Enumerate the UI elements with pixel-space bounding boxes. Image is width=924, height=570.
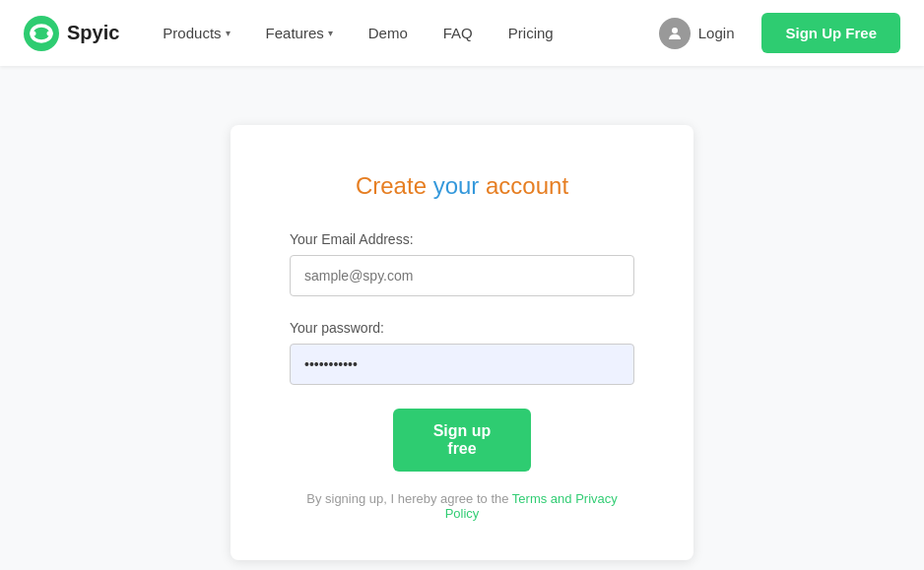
nav-label-products: Products: [163, 25, 221, 41]
title-account: account: [479, 172, 568, 199]
signup-card: Create your account Your Email Address: …: [231, 125, 693, 560]
signup-free-button[interactable]: Sign up free: [393, 409, 531, 472]
user-avatar-icon: [659, 18, 691, 49]
nav-item-features[interactable]: Features ▾: [250, 17, 349, 49]
svg-point-1: [32, 31, 36, 35]
main-content: Create your account Your Email Address: …: [0, 66, 924, 570]
chevron-down-icon: ▾: [328, 28, 333, 38]
login-button[interactable]: Login: [643, 10, 751, 57]
chevron-down-icon: ▾: [226, 28, 231, 38]
title-your: your: [433, 172, 480, 199]
title-create: Create: [356, 172, 433, 199]
nav-label-features: Features: [266, 25, 324, 41]
card-title: Create your account: [290, 172, 634, 200]
svg-point-2: [47, 31, 52, 35]
password-field-group: Your password:: [290, 320, 634, 385]
brand-name: Spyic: [67, 22, 119, 44]
navbar: Spyic Products ▾ Features ▾ Demo FAQ Pri…: [0, 0, 924, 66]
brand-logo-link[interactable]: Spyic: [24, 16, 119, 51]
nav-item-products[interactable]: Products ▾: [147, 17, 245, 49]
nav-item-faq[interactable]: FAQ: [428, 17, 489, 49]
email-field-group: Your Email Address:: [290, 231, 634, 296]
svg-point-0: [24, 16, 59, 51]
nav-item-pricing[interactable]: Pricing: [493, 17, 569, 49]
nav-signup-button[interactable]: Sign Up Free: [761, 13, 900, 53]
terms-text: By signing up, I hereby agree to the Ter…: [290, 491, 634, 521]
password-label: Your password:: [290, 320, 634, 336]
nav-right: Login Sign Up Free: [643, 10, 900, 57]
nav-item-demo[interactable]: Demo: [353, 17, 424, 49]
nav-label-demo: Demo: [368, 25, 408, 41]
nav-label-pricing: Pricing: [508, 25, 554, 41]
terms-prefix: By signing up, I hereby agree to the: [306, 491, 512, 506]
nav-links: Products ▾ Features ▾ Demo FAQ Pricing: [147, 17, 642, 49]
svg-point-3: [672, 28, 678, 33]
email-input[interactable]: [290, 255, 634, 296]
spyic-logo-icon: [24, 16, 59, 51]
login-label: Login: [698, 25, 735, 41]
password-input[interactable]: [290, 344, 634, 385]
nav-label-faq: FAQ: [443, 25, 473, 41]
email-label: Your Email Address:: [290, 231, 634, 247]
